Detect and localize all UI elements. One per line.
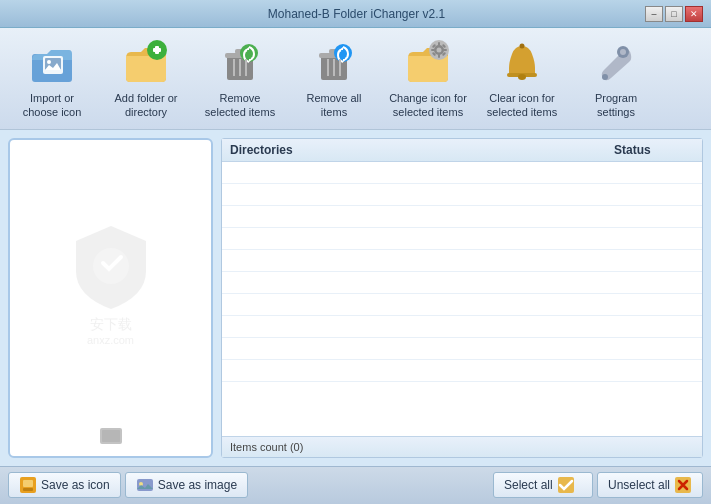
- unselect-all-button[interactable]: Unselect all: [597, 472, 703, 498]
- unselect-all-label: Unselect all: [608, 478, 670, 492]
- dir-body[interactable]: [222, 162, 702, 436]
- folder-add-icon: [122, 39, 170, 87]
- svg-rect-43: [23, 488, 33, 491]
- table-row: [222, 184, 702, 206]
- change-icon-button[interactable]: Change icon for selected items: [382, 32, 474, 125]
- bottom-bar: Save as icon Save as image Select all Un…: [0, 466, 711, 504]
- save-as-icon-button[interactable]: Save as icon: [8, 472, 121, 498]
- program-settings-button[interactable]: Program settings: [570, 32, 662, 125]
- remove-all-label: Remove all items: [293, 91, 375, 120]
- svg-rect-25: [438, 54, 440, 58]
- minimize-button[interactable]: –: [645, 6, 663, 22]
- svg-point-37: [602, 74, 608, 80]
- save-as-icon-label: Save as icon: [41, 478, 110, 492]
- items-count-label: Items count (0): [230, 441, 303, 453]
- directory-panel: Directories Status Items count (0): [221, 138, 703, 458]
- svg-rect-26: [431, 49, 435, 51]
- remove-selected-button[interactable]: Remove selected items: [194, 32, 286, 125]
- import-icon: [28, 39, 76, 87]
- svg-point-23: [437, 48, 442, 53]
- remove-all-button[interactable]: Remove all items: [288, 32, 380, 125]
- table-row: [222, 360, 702, 382]
- import-icon-button[interactable]: Import or choose icon: [6, 32, 98, 125]
- save-as-image-button[interactable]: Save as image: [125, 472, 248, 498]
- table-row: [222, 228, 702, 250]
- table-row: [222, 162, 702, 184]
- preview-area: 安下载 anxz.com: [18, 148, 203, 420]
- table-row: [222, 294, 702, 316]
- preview-bottom: [18, 420, 203, 448]
- import-label: Import or choose icon: [11, 91, 93, 120]
- svg-point-36: [620, 49, 626, 55]
- svg-rect-40: [102, 430, 120, 442]
- preview-small-icon: [99, 424, 123, 448]
- svg-point-3: [47, 60, 51, 64]
- svg-rect-42: [23, 480, 33, 487]
- remove-selected-label: Remove selected items: [199, 91, 281, 120]
- main-content: 安下载 anxz.com Directories Status: [0, 130, 711, 466]
- save-image-icon: [136, 476, 154, 494]
- add-folder-label: Add folder or directory: [105, 91, 187, 120]
- clear-icon-label: Clear icon for selected items: [481, 91, 563, 120]
- maximize-button[interactable]: □: [665, 6, 683, 22]
- save-as-image-label: Save as image: [158, 478, 237, 492]
- unselect-all-icon: [674, 476, 692, 494]
- svg-rect-6: [155, 46, 159, 54]
- change-icon-label: Change icon for selected items: [387, 91, 469, 120]
- svg-rect-24: [438, 42, 440, 46]
- table-row: [222, 206, 702, 228]
- col-directories: Directories: [230, 143, 614, 157]
- dir-header: Directories Status: [222, 139, 702, 162]
- recycle-green-icon: [216, 39, 264, 87]
- wrench-icon: [592, 39, 640, 87]
- close-button[interactable]: ✕: [685, 6, 703, 22]
- title-bar: Mohaned-B Folder iChanger v2.1 – □ ✕: [0, 0, 711, 28]
- svg-point-34: [520, 44, 525, 49]
- clear-icon-button[interactable]: Clear icon for selected items: [476, 32, 568, 125]
- dir-rows: [222, 162, 702, 382]
- add-folder-button[interactable]: Add folder or directory: [100, 32, 192, 125]
- select-all-icon: [557, 476, 575, 494]
- dir-footer: Items count (0): [222, 436, 702, 457]
- recycle-blue-icon: [310, 39, 358, 87]
- title-text: Mohaned-B Folder iChanger v2.1: [68, 7, 645, 21]
- table-row: [222, 250, 702, 272]
- table-row: [222, 272, 702, 294]
- toolbar: Import or choose icon Add folder or dire…: [0, 28, 711, 130]
- preview-panel: 安下载 anxz.com: [8, 138, 213, 458]
- svg-rect-27: [443, 49, 447, 51]
- svg-point-33: [518, 74, 526, 80]
- col-status: Status: [614, 143, 694, 157]
- table-row: [222, 338, 702, 360]
- bell-icon: [498, 39, 546, 87]
- title-buttons: – □ ✕: [645, 6, 703, 22]
- save-icon-icon: [19, 476, 37, 494]
- select-all-button[interactable]: Select all: [493, 472, 593, 498]
- table-row: [222, 316, 702, 338]
- select-all-label: Select all: [504, 478, 553, 492]
- folder-gear-icon: [404, 39, 452, 87]
- program-settings-label: Program settings: [575, 91, 657, 120]
